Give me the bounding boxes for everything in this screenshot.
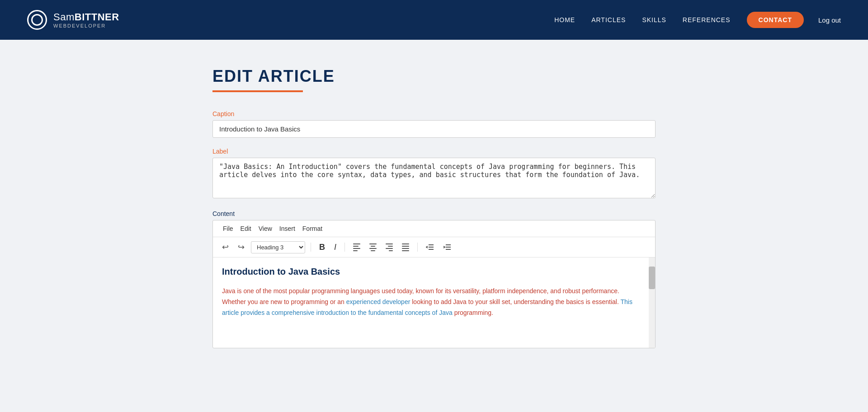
nav-item-home[interactable]: HOME — [554, 16, 575, 24]
editor-scrollbar[interactable] — [649, 258, 655, 348]
brand-logo-inner — [31, 14, 43, 26]
title-underline — [212, 90, 303, 92]
align-left-button[interactable] — [350, 242, 363, 253]
bold-button[interactable]: B — [316, 241, 328, 253]
editor-toolbar: ↩ ↪ Heading 3 Heading 1 Heading 2 Headin… — [213, 237, 655, 258]
align-right-button[interactable] — [383, 242, 396, 253]
italic-button[interactable]: I — [331, 241, 339, 253]
nav-item-references[interactable]: REFERENCES — [683, 16, 731, 24]
nav-links: HOME ARTICLES SKILLS REFERENCES CONTACT — [554, 16, 804, 24]
align-center-button[interactable] — [367, 242, 379, 253]
toolbar-sep-2 — [344, 243, 345, 252]
align-justify-button[interactable] — [399, 242, 412, 253]
heading-select[interactable]: Heading 3 Heading 1 Heading 2 Heading 4 … — [251, 241, 305, 253]
content-label: Content — [212, 210, 656, 217]
editor-menubar: File Edit View Insert Format — [213, 220, 655, 237]
editor-body[interactable]: Introduction to Java Basics Java is one … — [213, 258, 655, 348]
page-content: EDIT ARTICLE Caption Label Content File … — [185, 40, 683, 385]
menu-edit[interactable]: Edit — [237, 224, 255, 233]
brand-logo — [27, 10, 47, 30]
toolbar-sep-3 — [417, 243, 418, 252]
menu-insert[interactable]: Insert — [276, 224, 299, 233]
menu-file[interactable]: File — [219, 224, 237, 233]
editor-paragraph: Java is one of the most popular programm… — [222, 286, 637, 318]
label-group: Label — [212, 148, 656, 200]
editor-container: File Edit View Insert Format ↩ ↪ Heading… — [212, 220, 656, 348]
toolbar-sep-1 — [311, 243, 311, 252]
nav-item-articles[interactable]: ARTICLES — [591, 16, 626, 24]
editor-content: Introduction to Java Basics Java is one … — [222, 267, 646, 318]
editor-scrollbar-thumb — [649, 267, 655, 289]
menu-view[interactable]: View — [255, 224, 276, 233]
undo-button[interactable]: ↩ — [219, 241, 231, 253]
align-justify-icon — [402, 243, 409, 251]
align-center-icon — [369, 243, 377, 251]
menu-format[interactable]: Format — [299, 224, 326, 233]
redo-button[interactable]: ↪ — [235, 241, 247, 253]
editor-body-wrap: Introduction to Java Basics Java is one … — [213, 258, 655, 348]
caption-group: Caption — [212, 110, 656, 138]
align-left-icon — [353, 243, 360, 251]
align-right-icon — [386, 243, 393, 251]
nav-item-contact[interactable]: CONTACT — [747, 16, 804, 24]
outdent-button[interactable] — [423, 242, 437, 252]
label-textarea[interactable] — [212, 158, 656, 198]
page-title: EDIT ARTICLE — [212, 67, 656, 86]
navbar: SamBITTNER WEBDEVELOPER HOME ARTICLES SK… — [0, 0, 868, 40]
brand: SamBITTNER WEBDEVELOPER — [27, 10, 119, 30]
content-group: Content File Edit View Insert Format ↩ ↪… — [212, 210, 656, 348]
brand-text: SamBITTNER WEBDEVELOPER — [53, 11, 119, 28]
caption-input[interactable] — [212, 120, 656, 138]
nav-item-skills[interactable]: SKILLS — [642, 16, 666, 24]
outdent-icon — [426, 243, 434, 251]
label-label: Label — [212, 148, 656, 155]
brand-name: SamBITTNER — [53, 11, 119, 23]
brand-subtitle: WEBDEVELOPER — [53, 23, 119, 28]
indent-icon — [443, 243, 451, 251]
editor-heading: Introduction to Java Basics — [222, 267, 637, 277]
indent-button[interactable] — [440, 242, 454, 252]
caption-label: Caption — [212, 110, 656, 117]
logout-link[interactable]: Log out — [818, 16, 841, 24]
